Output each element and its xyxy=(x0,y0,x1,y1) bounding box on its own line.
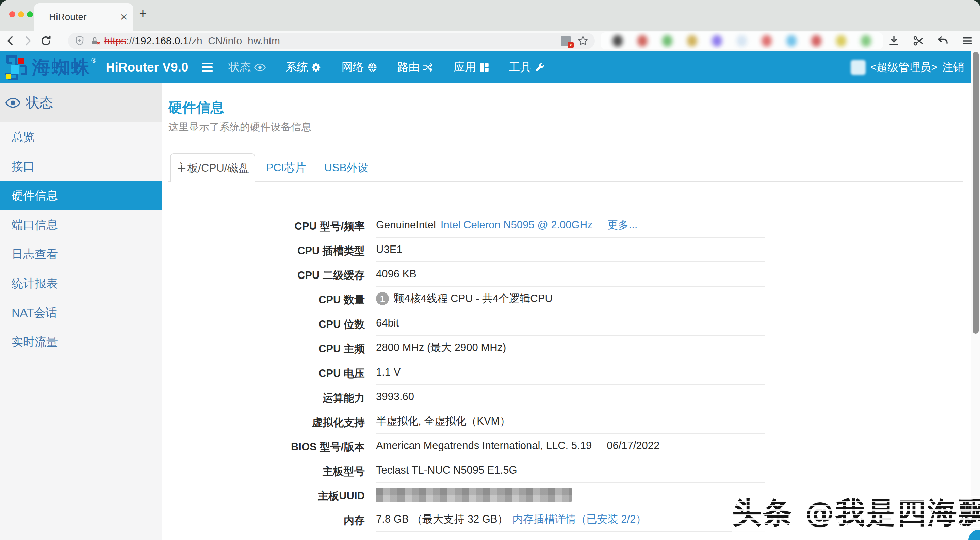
new-tab-button[interactable]: + xyxy=(135,6,150,21)
history-back-button[interactable] xyxy=(935,33,951,49)
content-tabbar: 主板/CPU/磁盘 PCI芯片 USB外设 xyxy=(169,153,963,182)
extension-badge-icon[interactable]: x xyxy=(561,36,571,46)
sidebar-item-interfaces[interactable]: 接口 xyxy=(0,151,162,181)
tab-usb-devices[interactable]: USB外设 xyxy=(324,153,369,182)
url-host: 192.168.0.1 xyxy=(135,35,189,46)
table-row: 虚拟化支持 半虚拟化, 全虚拟化（KVM） xyxy=(169,409,765,434)
logout-link[interactable]: 注销 xyxy=(942,60,964,75)
download-button[interactable] xyxy=(886,33,902,49)
forward-button[interactable] xyxy=(20,33,35,49)
nav-hamburger-button[interactable] xyxy=(202,63,213,72)
browser-tabstrip: HiRouter ✕ + xyxy=(0,0,980,31)
browser-toolbar: https://192.168.0.1/zh_CN/info_hw.htm x xyxy=(0,31,980,51)
nav-item-tools[interactable]: 工具 xyxy=(509,60,545,75)
shuffle-icon xyxy=(423,63,434,72)
memory-slots-link[interactable]: 内存插槽详情（已安装 2/2） xyxy=(513,512,646,526)
reload-icon xyxy=(40,35,52,47)
nav-item-status[interactable]: 状态 xyxy=(228,60,266,75)
more-link[interactable]: 更多... xyxy=(608,218,638,232)
table-row: CPU 主频 2800 MHz (最大 2900 MHz) xyxy=(169,336,765,360)
traffic-light-zoom-button[interactable] xyxy=(27,11,33,18)
page-scrollbar[interactable] xyxy=(971,51,980,540)
reload-button[interactable] xyxy=(38,33,54,49)
back-button[interactable] xyxy=(3,33,18,49)
clip-button[interactable] xyxy=(911,33,926,49)
gear-icon xyxy=(311,62,321,73)
insecure-lock-icon xyxy=(89,35,101,47)
page-title: 硬件信息 xyxy=(169,99,224,117)
table-row: 内存 7.8 GB （最大支持 32 GB）内存插槽详情（已安装 2/2） xyxy=(169,507,765,532)
url-path: /zh_CN/info_hw.htm xyxy=(189,35,280,46)
extension-blob xyxy=(687,35,697,47)
logo-text: 海蜘蛛 xyxy=(32,53,91,83)
table-row: CPU 二级缓存 4096 KB xyxy=(169,262,765,287)
table-row: CPU 型号/频率 GenuineIntelIntel Celeron N509… xyxy=(169,213,765,238)
table-row: 主板型号 Teclast TL-NUC N5095 E1.5G xyxy=(169,458,765,483)
browser-tab[interactable]: HiRouter ✕ xyxy=(34,3,134,31)
sidebar-item-port-info[interactable]: 端口信息 xyxy=(0,210,162,239)
browser-menu-button[interactable] xyxy=(959,33,975,49)
tab-motherboard-cpu-disk[interactable]: 主板/CPU/磁盘 xyxy=(170,153,255,183)
cpu-count-badge: 1 xyxy=(376,292,389,305)
sidebar-header: 状态 xyxy=(0,83,162,122)
user-role: <超级管理员> xyxy=(870,60,937,75)
globe-icon xyxy=(367,62,377,73)
sidebar-item-overview[interactable]: 总览 xyxy=(0,122,162,151)
undo-icon xyxy=(937,35,949,47)
extension-blob xyxy=(836,35,846,47)
forward-icon xyxy=(22,35,33,47)
extension-blob xyxy=(786,35,797,47)
tracking-shield-icon xyxy=(74,35,85,47)
sidebar-item-nat-sessions[interactable]: NAT会话 xyxy=(0,298,162,327)
sidebar-item-realtime-traffic[interactable]: 实时流量 xyxy=(0,327,162,357)
sidebar-item-logs[interactable]: 日志查看 xyxy=(0,239,162,269)
cpu-model-link[interactable]: Intel Celeron N5095 @ 2.00GHz xyxy=(441,219,593,231)
tab-close-icon[interactable]: ✕ xyxy=(120,11,128,23)
table-row: CPU 位数 64bit xyxy=(169,311,765,336)
scrollbar-thumb[interactable] xyxy=(972,52,978,334)
nav-item-apps[interactable]: 应用 xyxy=(453,60,489,75)
bookmark-star-icon[interactable] xyxy=(577,35,589,47)
browser-window: HiRouter ✕ + https://192.168.0.1/zh_CN/i… xyxy=(0,0,980,540)
nav-item-network[interactable]: 网络 xyxy=(341,60,377,75)
registered-mark: ® xyxy=(91,57,96,64)
main-content: 硬件信息 这里显示了系统的硬件设备信息 主板/CPU/磁盘 PCI芯片 USB外… xyxy=(162,83,971,540)
wrench-icon xyxy=(535,62,545,73)
sidebar-item-statistics[interactable]: 统计报表 xyxy=(0,269,162,298)
hardware-table: CPU 型号/频率 GenuineIntelIntel Celeron N509… xyxy=(169,213,765,532)
extension-blob xyxy=(637,35,648,47)
traffic-light-minimize-button[interactable] xyxy=(18,11,24,18)
watermark: 头条 @我是四海飘零 xyxy=(732,493,980,533)
nav-item-system[interactable]: 系统 xyxy=(285,60,321,75)
traffic-light-close-button[interactable] xyxy=(9,11,15,18)
table-row: BIOS 型号/版本 American Megatrends Internati… xyxy=(169,434,765,458)
nav-user-area: <超级管理员> 注销 xyxy=(851,60,964,75)
extensions-strip-blurred[interactable] xyxy=(601,32,883,49)
brand-version: HiRouter V9.0 xyxy=(106,60,189,75)
nav-menu: 状态 系统 网络 路由 应用 工具 xyxy=(228,60,545,75)
scissors-icon xyxy=(912,35,924,47)
user-avatar[interactable] xyxy=(851,60,865,75)
screen: HiRouter ✕ + https://192.168.0.1/zh_CN/i… xyxy=(0,0,980,540)
table-row: CPU 插槽类型 U3E1 xyxy=(169,238,765,262)
table-row: CPU 电压 1.1 V xyxy=(169,360,765,385)
sidebar: 状态 总览 接口 硬件信息 端口信息 日志查看 统计报表 NAT会话 实时流量 xyxy=(0,83,162,540)
extension-blob xyxy=(712,35,722,47)
extension-blob xyxy=(861,35,871,47)
extension-blob xyxy=(737,35,747,47)
table-row: 运算能力 3993.60 xyxy=(169,385,765,409)
hamburger-menu-icon xyxy=(961,35,974,47)
tab-title: HiRouter xyxy=(49,11,86,22)
back-icon xyxy=(5,35,16,47)
table-row: 主板UUID xyxy=(169,483,765,507)
logo-circuit-icon xyxy=(3,53,32,83)
page-subtitle: 这里显示了系统的硬件设备信息 xyxy=(169,120,311,134)
app-navbar: 海蜘蛛 ® HiRouter V9.0 状态 系统 网络 路由 应用 xyxy=(0,51,971,83)
url-bar[interactable]: https://192.168.0.1/zh_CN/info_hw.htm x xyxy=(68,33,595,49)
sidebar-item-hardware-info[interactable]: 硬件信息 xyxy=(0,181,162,210)
url-text: https://192.168.0.1/zh_CN/info_hw.htm xyxy=(104,35,280,47)
uuid-redacted-mosaic xyxy=(376,487,572,502)
download-icon xyxy=(888,35,900,47)
nav-item-routing[interactable]: 路由 xyxy=(397,60,434,75)
tab-pci-chips[interactable]: PCI芯片 xyxy=(266,153,306,182)
